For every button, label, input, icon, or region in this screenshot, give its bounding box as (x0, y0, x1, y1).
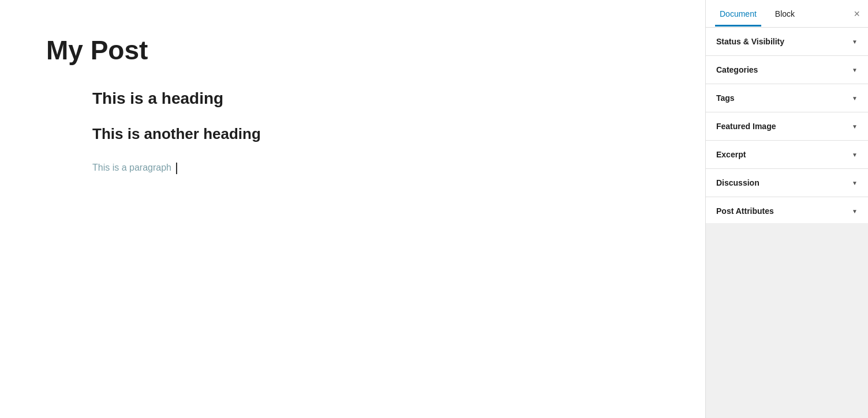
panel-discussion[interactable]: Discussion▼ (706, 169, 868, 197)
panel-label-categories: Categories (716, 65, 758, 74)
chevron-down-icon-post-attributes: ▼ (852, 208, 858, 214)
close-icon[interactable]: × (854, 9, 860, 19)
chevron-down-icon-excerpt: ▼ (852, 152, 858, 158)
panel-categories[interactable]: Categories▼ (706, 56, 868, 84)
sidebar-tabs: Document Block × (706, 0, 868, 28)
chevron-down-icon-featured-image: ▼ (852, 123, 858, 130)
content-heading-1[interactable]: This is a heading (92, 89, 659, 108)
panel-label-status-visibility: Status & Visibility (716, 37, 784, 46)
chevron-down-icon-discussion: ▼ (852, 180, 858, 186)
panel-tags[interactable]: Tags▼ (706, 84, 868, 112)
panel-status-visibility[interactable]: Status & Visibility▼ (706, 28, 868, 56)
tab-block[interactable]: Block (770, 1, 799, 27)
chevron-down-icon-categories: ▼ (852, 67, 858, 73)
content-paragraph[interactable]: This is a paragraph (92, 160, 659, 175)
post-content: This is a heading This is another headin… (46, 89, 659, 175)
panel-excerpt[interactable]: Excerpt▼ (706, 141, 868, 169)
content-heading-2[interactable]: This is another heading (92, 125, 659, 143)
panel-label-featured-image: Featured Image (716, 122, 776, 131)
post-title[interactable]: My Post (46, 35, 659, 66)
chevron-down-icon-status-visibility: ▼ (852, 39, 858, 45)
panel-label-discussion: Discussion (716, 178, 760, 187)
chevron-down-icon-tags: ▼ (852, 95, 858, 101)
editor-area: My Post This is a heading This is anothe… (0, 0, 705, 418)
sidebar-panels: Status & Visibility▼Categories▼Tags▼Feat… (706, 28, 868, 223)
tab-document[interactable]: Document (715, 1, 761, 27)
panel-featured-image[interactable]: Featured Image▼ (706, 112, 868, 141)
panel-post-attributes[interactable]: Post Attributes▼ (706, 197, 868, 223)
sidebar: Document Block × Status & Visibility▼Cat… (705, 0, 868, 418)
panel-label-tags: Tags (716, 93, 735, 103)
text-cursor (176, 163, 177, 174)
panel-label-post-attributes: Post Attributes (716, 206, 774, 216)
panel-label-excerpt: Excerpt (716, 150, 746, 159)
sidebar-bottom-space (706, 223, 868, 419)
